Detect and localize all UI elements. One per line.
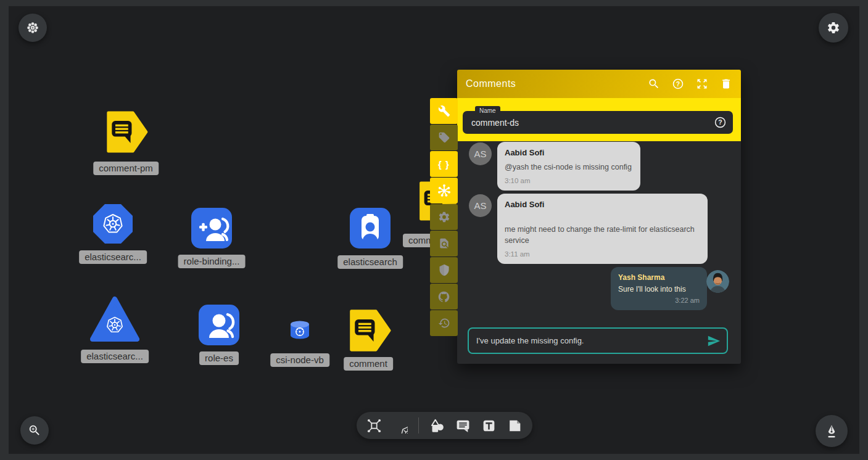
svg-text:?: ? — [718, 118, 722, 126]
node-comment[interactable] — [347, 308, 391, 355]
node-csi-node-vb[interactable] — [289, 319, 310, 344]
note-tool-icon[interactable] — [507, 418, 523, 433]
expand-icon[interactable] — [696, 78, 708, 90]
github-button[interactable] — [430, 284, 458, 310]
kubernetes-octagon-icon — [92, 203, 134, 245]
doc-search-icon — [438, 237, 450, 250]
node-label-role-binding[interactable]: role-binding... — [178, 255, 246, 268]
pen-button[interactable] — [816, 415, 848, 447]
node-comment-pm[interactable] — [104, 111, 148, 155]
message-author: Yash Sharma — [618, 273, 700, 282]
toolbar-divider — [418, 417, 419, 433]
delete-icon[interactable] — [720, 78, 732, 90]
gear-button[interactable] — [430, 204, 458, 230]
braces-button[interactable]: { } — [430, 151, 458, 177]
role-icon — [199, 305, 239, 345]
history-button[interactable] — [430, 310, 458, 336]
avatar-initials: AS — [474, 149, 486, 159]
shield-icon — [438, 264, 450, 276]
message-time: 3:22 am — [618, 297, 700, 304]
role-binding-icon — [191, 208, 232, 248]
doc-search-button[interactable] — [430, 231, 458, 257]
storage-cylinder-icon — [289, 319, 310, 342]
pen-nib-icon — [824, 424, 839, 438]
comment-node-icon — [104, 111, 148, 153]
message-author: Aabid Sofi — [505, 200, 700, 209]
comment-composer[interactable] — [468, 327, 728, 354]
message-author: Aabid Sofi — [505, 148, 633, 157]
meshery-logo-icon — [26, 21, 39, 35]
message-bubble: Yash Sharma Sure I'll look into this 3:2… — [611, 267, 707, 310]
zoom-button[interactable] — [20, 416, 49, 445]
message-bubble: Aabid Sofi @yash the csi-node is missing… — [497, 142, 640, 191]
message-time: 3:10 am — [505, 177, 633, 184]
help-icon[interactable]: ? — [672, 78, 684, 90]
zoom-in-icon — [28, 424, 41, 437]
node-elasticsearch-serviceaccount[interactable] — [350, 208, 391, 251]
settings-button[interactable] — [819, 13, 848, 43]
kubernetes-hub-button[interactable] — [430, 178, 458, 203]
gear-icon — [827, 21, 840, 35]
svg-text:?: ? — [676, 81, 680, 88]
kubernetes-hub-icon — [437, 184, 451, 197]
node-elasticsearch-triangle[interactable] — [90, 296, 139, 345]
shield-button[interactable] — [430, 257, 458, 283]
message-text: @yash the csi-node is missing config — [505, 162, 633, 173]
comments-panel-header[interactable]: Comments ? — [457, 70, 741, 98]
message-text: me might need to change the rate-limit f… — [505, 224, 700, 246]
node-label-comment[interactable]: comment — [344, 357, 393, 371]
node-label-csi-node-vb[interactable]: csi-node-vb — [270, 353, 329, 367]
kubernetes-icon[interactable] — [392, 418, 408, 433]
search-icon[interactable] — [648, 78, 660, 90]
service-account-icon — [350, 208, 391, 248]
panel-title: Comments — [466, 78, 636, 89]
tag-icon — [438, 131, 450, 144]
github-icon — [437, 290, 450, 303]
shapes-icon[interactable] — [429, 418, 445, 433]
bottom-toolbar — [357, 412, 532, 439]
node-role-es[interactable] — [199, 305, 239, 348]
dock-right: { } — [430, 98, 458, 337]
node-label-elasticsearch-octagon[interactable]: elasticsearc... — [79, 250, 147, 264]
avatar: AS — [469, 142, 492, 165]
wrench-icon — [438, 105, 450, 117]
wrench-button[interactable] — [430, 98, 458, 124]
help-icon[interactable]: ? — [714, 116, 727, 129]
avatar: AS — [469, 194, 492, 217]
name-section: Name ? — [457, 98, 741, 141]
message-time: 3:11 am — [505, 250, 700, 258]
node-elasticsearch-octagon[interactable] — [92, 203, 134, 247]
message-bubble: Aabid Sofi me might need to change the r… — [497, 194, 708, 264]
avatar-photo — [706, 270, 729, 293]
app-window: comment-pm elasticsearc... role-binding.… — [0, 0, 868, 460]
node-role-binding[interactable] — [191, 208, 232, 251]
name-field[interactable]: Name ? — [463, 111, 733, 134]
node-label-elasticsearch-triangle[interactable]: elasticsearc... — [81, 350, 149, 363]
comment-node-icon — [347, 308, 391, 353]
text-tool-icon[interactable] — [481, 418, 497, 433]
kubernetes-triangle-icon — [90, 296, 139, 342]
name-input[interactable] — [471, 111, 706, 134]
gear-icon — [438, 211, 450, 223]
comment-input[interactable] — [476, 329, 692, 353]
node-label-comment-pm[interactable]: comment-pm — [93, 162, 159, 175]
send-icon[interactable] — [707, 334, 721, 348]
comments-panel: Comments ? Name ? AS Aabid Sofi @yash th… — [457, 70, 741, 364]
history-icon — [438, 317, 450, 329]
user-photo — [706, 270, 729, 293]
node-label-elasticsearch[interactable]: elasticsearch — [337, 255, 403, 269]
tag-button[interactable] — [430, 125, 458, 150]
comment-tool-icon[interactable] — [455, 418, 471, 433]
app-menu-button[interactable] — [19, 14, 47, 42]
avatar-initials: AS — [474, 200, 486, 211]
components-icon[interactable] — [366, 418, 382, 433]
node-label-role-es[interactable]: role-es — [199, 351, 239, 365]
braces-icon: { } — [438, 159, 450, 170]
message-text: Sure I'll look into this — [618, 284, 700, 295]
